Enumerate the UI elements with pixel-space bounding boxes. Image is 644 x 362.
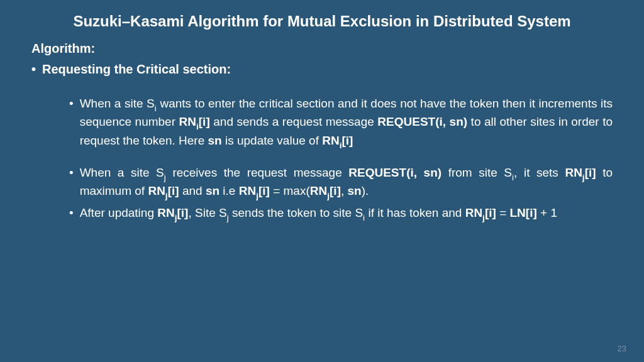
bullet-requesting: • Requesting the Critical section: <box>31 62 613 77</box>
para2-text: When a site Sj receives the request mess… <box>80 165 613 202</box>
para1-text: When a site Si wants to enter the critic… <box>80 96 613 151</box>
bullet-para2: • When a site Sj receives the request me… <box>69 165 613 202</box>
bullet-para1: • When a site Si wants to enter the crit… <box>69 96 613 151</box>
para3-text: After updating RNj[i], Site Sj sends the… <box>80 205 613 223</box>
bullet-text: Requesting the Critical section: <box>42 62 613 77</box>
slide-title: Suzuki–Kasami Algorithm for Mutual Exclu… <box>31 13 613 30</box>
bullet-icon: • <box>69 165 74 202</box>
section-heading: Algorithm: <box>31 41 613 56</box>
bullet-para3: • After updating RNj[i], Site Sj sends t… <box>69 205 613 223</box>
bullet-icon: • <box>31 62 36 77</box>
bullet-icon: • <box>69 96 74 151</box>
bullet-icon: • <box>69 205 74 223</box>
page-number: 23 <box>618 344 626 353</box>
